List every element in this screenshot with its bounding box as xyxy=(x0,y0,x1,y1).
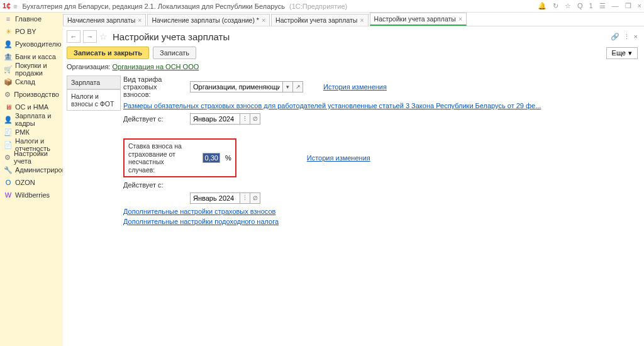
document-tab[interactable]: Настройки учета зарплаты× xyxy=(370,13,467,26)
save-button[interactable]: Записать xyxy=(153,47,196,59)
sidebar-icon: 📄 xyxy=(4,141,13,149)
nav-forward-button[interactable]: → xyxy=(83,30,97,43)
open-external-icon[interactable]: 🔗 xyxy=(611,33,619,41)
app-title: Бухгалтерия для Беларуси, редакция 2.1. … xyxy=(23,3,538,10)
sidebar-item-label: Банк и касса xyxy=(15,53,56,60)
sidebar-item[interactable]: 🛒Покупки и продажи xyxy=(0,63,63,75)
sidebar-icon: ✳ xyxy=(4,28,13,36)
minimize-icon[interactable]: — xyxy=(612,2,619,10)
sidebar-item[interactable]: 🔧Администрирование xyxy=(0,164,63,176)
date-input-2[interactable] xyxy=(190,193,240,204)
sidebar-item[interactable]: ⚙Настройки учета xyxy=(0,151,63,164)
date-clear-icon-2[interactable]: ∅ xyxy=(250,193,260,204)
close-tab-icon[interactable]: × xyxy=(634,33,638,41)
document-tab[interactable]: Начисление зарплаты (создание) *× xyxy=(147,14,270,26)
effective-label-1: Действует с: xyxy=(123,115,186,123)
tariff-open-icon[interactable]: ↗ xyxy=(293,81,303,92)
sidebar-item[interactable]: 🏦Банк и касса xyxy=(0,50,63,63)
tab-label: Начисление зарплаты (создание) * xyxy=(152,16,259,24)
sidebar-icon: W xyxy=(4,191,13,199)
date-picker-icon-2[interactable]: ⋮ xyxy=(240,193,250,204)
sidebar-icon: 🧾 xyxy=(4,128,13,137)
star-icon[interactable]: ☆ xyxy=(565,2,571,10)
tab-bar: Начисления зарплаты×Начисление зарплаты … xyxy=(63,13,644,26)
sidebar-item-label: РМК xyxy=(15,128,30,136)
history-icon[interactable]: ↻ xyxy=(553,2,558,10)
content-area: Начисления зарплаты×Начисление зарплаты … xyxy=(63,13,644,346)
close-icon[interactable]: × xyxy=(638,2,641,10)
sidebar-icon: 🛒 xyxy=(4,65,13,74)
menu-icon[interactable]: ≡ xyxy=(13,3,17,10)
page-header: ← → ☆ Настройки учета зарплаты 🔗 ⋮ × xyxy=(67,30,638,43)
info-link[interactable]: Размеры обязательных страховых взносов д… xyxy=(123,102,541,109)
tab-label: Начисления зарплаты xyxy=(67,16,135,24)
nav-back-button[interactable]: ← xyxy=(67,30,80,43)
document-tab[interactable]: Настройки учета зарплаты× xyxy=(271,14,368,26)
panel-icon[interactable]: ☰ xyxy=(599,2,606,10)
date-clear-icon-1[interactable]: ∅ xyxy=(250,113,260,125)
sidebar-icon: O xyxy=(4,179,13,186)
sidebar-item[interactable]: WWildberries xyxy=(0,189,63,201)
sidebar-item[interactable]: OOZON xyxy=(0,176,63,189)
tab-close-icon[interactable]: × xyxy=(138,16,142,24)
tab-close-icon[interactable]: × xyxy=(458,15,462,23)
sidebar-item[interactable]: 👤Руководителю xyxy=(0,38,63,50)
extra-link-1[interactable]: Дополнительные настройки страховых взнос… xyxy=(123,208,275,215)
sidebar-icon: 📦 xyxy=(4,78,13,86)
sidebar-item-label: Настройки учета xyxy=(14,150,59,165)
sidebar-icon: 👤 xyxy=(4,116,13,124)
sidebar-icon: 🖥 xyxy=(4,103,13,111)
sessions-icon[interactable]: 1 xyxy=(589,2,592,10)
sidebar-icon: ⚙ xyxy=(4,153,11,162)
sidebar-item[interactable]: ≡Главное xyxy=(0,13,63,25)
more-menu-icon[interactable]: ⋮ xyxy=(623,33,630,41)
sidebar-item-label: Wildberries xyxy=(15,191,50,199)
sidebar-item-label: OZON xyxy=(15,179,35,186)
sidebar-item-label: PO BY xyxy=(15,28,36,35)
save-close-button[interactable]: Записать и закрыть xyxy=(67,47,149,59)
date-picker-icon-1[interactable]: ⋮ xyxy=(240,113,250,125)
tab-close-icon[interactable]: × xyxy=(262,16,265,24)
side-tab[interactable]: Налоги и взносы с ФОТ xyxy=(67,89,121,111)
title-bar: 1₵ ≡ Бухгалтерия для Беларуси, редакция … xyxy=(0,0,644,13)
search-icon[interactable]: Q xyxy=(577,2,583,10)
tariff-select[interactable] xyxy=(190,81,283,92)
sidebar-item[interactable]: 🖥ОС и НМА xyxy=(0,101,63,113)
form-area: Вид тарифа страховых взносов: ▾ ↗ Истори… xyxy=(123,75,638,225)
sidebar-item[interactable]: ✳PO BY xyxy=(0,25,63,38)
organization-row: Организация: Организация на ОСН ООО xyxy=(67,63,638,70)
favorite-icon[interactable]: ☆ xyxy=(99,31,108,42)
history-link-1[interactable]: История изменения xyxy=(323,83,387,91)
side-tab[interactable]: Зарплата xyxy=(67,75,121,89)
sidebar-item[interactable]: 👤Зарплата и кадры xyxy=(0,113,63,126)
rate-input[interactable] xyxy=(203,153,220,163)
sidebar-icon: ⚙ xyxy=(4,91,11,99)
tariff-label: Вид тарифа страховых взносов: xyxy=(123,75,186,98)
sidebar-item[interactable]: 📄Налоги и отчетность xyxy=(0,138,63,151)
sidebar-item-label: ОС и НМА xyxy=(15,103,48,111)
bell-icon[interactable]: 🔔 xyxy=(538,2,547,10)
tab-close-icon[interactable]: × xyxy=(360,16,364,24)
history-link-2[interactable]: История изменения xyxy=(307,154,370,162)
sidebar-item[interactable]: 📦Склад xyxy=(0,75,63,88)
sidebar-icon: ≡ xyxy=(4,15,13,23)
date-input-1[interactable] xyxy=(190,113,240,125)
organization-link[interactable]: Организация на ОСН ООО xyxy=(112,63,199,70)
more-button[interactable]: Еще▾ xyxy=(606,47,638,59)
sidebar-item-label: Главное xyxy=(15,15,42,23)
rate-suffix: % xyxy=(225,154,231,162)
sidebar-icon: 🏦 xyxy=(4,53,13,61)
toolbar: Записать и закрыть Записать Еще▾ xyxy=(67,47,638,59)
app-logo-icon: 1₵ xyxy=(3,2,11,10)
sidebar-item-label: Руководителю xyxy=(15,40,61,48)
document-tab[interactable]: Начисления зарплаты× xyxy=(63,14,146,26)
rate-highlight: Ставка взноса на страхование от несчастн… xyxy=(123,138,236,177)
extra-link-2[interactable]: Дополнительные настройки подоходного нал… xyxy=(123,218,279,225)
restore-icon[interactable]: ❐ xyxy=(625,2,631,10)
sidebar-item[interactable]: ⚙Производство xyxy=(0,88,63,101)
sidebar-item[interactable]: 🧾РМК xyxy=(0,126,63,138)
titlebar-icons: 🔔 ↻ ☆ Q 1 ☰ — ❐ × xyxy=(538,2,641,10)
sidebar: ≡Главное✳PO BY👤Руководителю🏦Банк и касса… xyxy=(0,13,63,346)
tariff-dropdown-icon[interactable]: ▾ xyxy=(283,81,293,92)
sidebar-item-label: Зарплата и кадры xyxy=(15,112,59,127)
